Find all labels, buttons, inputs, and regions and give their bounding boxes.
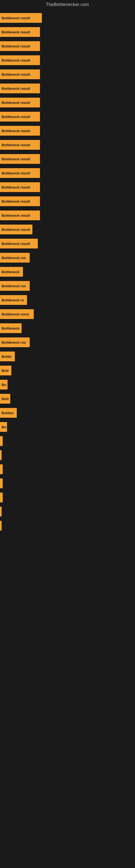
bar-label: Bottleneck resul xyxy=(2,312,29,316)
bar-label: Bo xyxy=(2,425,6,429)
bottleneck-bar[interactable]: Bott xyxy=(0,366,11,375)
bar-label: Bottlen xyxy=(2,411,14,415)
bars-container: Bottleneck resultBottleneck resultBottle… xyxy=(0,8,135,533)
bottleneck-bar[interactable]: Bottleneck result xyxy=(0,211,40,220)
bar-row: Bottleneck res xyxy=(0,335,135,349)
bottleneck-bar[interactable]: Bottleneck result xyxy=(0,225,32,235)
bottleneck-bar[interactable] xyxy=(0,521,2,531)
bar-label: Bottleneck result xyxy=(2,227,30,231)
bottleneck-bar[interactable]: Bottleneck result xyxy=(0,182,40,192)
bar-label: Bottleneck res xyxy=(2,340,26,344)
bottleneck-bar[interactable]: Bottleneck re xyxy=(0,295,27,305)
bar-row: Bottleneck result xyxy=(0,82,135,95)
bottleneck-bar[interactable]: Bottleneck result xyxy=(0,126,40,135)
bar-row: Bottleneck result xyxy=(0,194,135,208)
bar-row: Bo xyxy=(0,378,135,392)
bar-label: Bottleneck result xyxy=(2,87,30,91)
bar-row: Bottleneck res xyxy=(0,251,135,265)
bar-row xyxy=(0,462,135,476)
bar-label: Bottleneck result xyxy=(2,214,30,218)
bar-label: Bottleneck result xyxy=(2,44,30,48)
bottleneck-bar[interactable]: Bottleneck xyxy=(0,267,23,277)
bar-label: Bottleneck result xyxy=(2,185,30,189)
bar-row: Bottleneck result xyxy=(0,67,135,82)
bar-row: Bottleneck result xyxy=(0,208,135,222)
bar-label: Bottleneck result xyxy=(2,129,30,133)
bar-label: Bottleneck xyxy=(2,326,19,330)
bar-label: Bottleneck result xyxy=(2,199,30,204)
bottleneck-bar[interactable] xyxy=(0,436,3,446)
bar-label: Bottleneck result xyxy=(2,171,30,175)
bar-label: Bottleneck result xyxy=(2,30,30,34)
bar-label: Bottleneck result xyxy=(2,16,30,20)
bottleneck-bar[interactable]: Bottleneck result xyxy=(0,41,40,51)
bottleneck-bar[interactable]: Bottleneck result xyxy=(0,84,40,93)
bottleneck-bar[interactable] xyxy=(0,493,3,502)
bottleneck-bar[interactable]: Bottleneck res xyxy=(0,281,30,291)
bar-row xyxy=(0,434,135,448)
bar-row: Bottle xyxy=(0,349,135,364)
bottleneck-bar[interactable]: Bottle xyxy=(0,351,15,361)
bar-row: Bottlen xyxy=(0,406,135,420)
bottleneck-bar[interactable]: Bottlen xyxy=(0,408,17,418)
bar-row xyxy=(0,519,135,533)
bottleneck-bar[interactable] xyxy=(0,450,2,460)
bar-row: Bo xyxy=(0,420,135,434)
bar-row: Bottleneck result xyxy=(0,110,135,124)
bottleneck-bar[interactable]: Bo xyxy=(0,380,8,390)
bar-row: Bottleneck result xyxy=(0,95,135,110)
bottleneck-bar[interactable]: Bottleneck result xyxy=(0,69,40,79)
bar-row: Bottleneck resul xyxy=(0,307,135,321)
bar-row: Bottleneck result xyxy=(0,124,135,138)
site-title: TheBottlenecker.com xyxy=(0,0,135,8)
bar-row: Bott xyxy=(0,364,135,378)
bar-row: Bottleneck result xyxy=(0,25,135,39)
bottleneck-bar[interactable]: Bottleneck res xyxy=(0,253,30,262)
bottleneck-bar[interactable]: Bottleneck xyxy=(0,323,21,333)
bottleneck-bar[interactable]: Bottleneck result xyxy=(0,112,40,122)
bottleneck-bar[interactable]: Bottleneck result xyxy=(0,98,40,107)
bar-row: Bottleneck xyxy=(0,265,135,279)
bottleneck-bar[interactable]: Bottleneck result xyxy=(0,13,42,23)
bar-row xyxy=(0,504,135,519)
bar-row: Bottleneck result xyxy=(0,53,135,67)
bar-row: Bottleneck result xyxy=(0,237,135,251)
bottleneck-bar[interactable]: Bottleneck res xyxy=(0,337,30,347)
bottleneck-bar[interactable]: Bottleneck result xyxy=(0,55,40,65)
bottleneck-bar[interactable]: Bottleneck result xyxy=(0,27,40,37)
bar-label: Bottleneck res xyxy=(2,284,26,288)
bar-row xyxy=(0,490,135,504)
bottleneck-bar[interactable]: Bottleneck result xyxy=(0,196,40,206)
bar-label: Bottleneck result xyxy=(2,58,30,62)
bottleneck-bar[interactable]: Bottleneck result xyxy=(0,168,40,178)
bar-label: Bottleneck res xyxy=(2,256,26,260)
bar-label: Bott xyxy=(2,369,9,373)
bottleneck-bar[interactable] xyxy=(0,478,3,488)
bottleneck-bar[interactable]: Bottleneck result xyxy=(0,140,40,150)
bar-row: Bottleneck result xyxy=(0,11,135,25)
bar-label: Bottleneck result xyxy=(2,101,30,105)
bar-row: Bottleneck re xyxy=(0,293,135,307)
bar-row: Bottleneck xyxy=(0,321,135,335)
bottleneck-bar[interactable]: Bottleneck resul xyxy=(0,309,34,319)
bar-row: Bottleneck result xyxy=(0,166,135,180)
bar-label: Bottleneck result xyxy=(2,115,30,119)
bottleneck-bar[interactable]: Bott xyxy=(0,394,10,404)
bar-label: Bottleneck xyxy=(2,270,19,274)
bar-row: Bottleneck result xyxy=(0,152,135,166)
bar-label: Bottleneck re xyxy=(2,298,24,302)
bar-row: Bottleneck result xyxy=(0,222,135,237)
bar-row: Bott xyxy=(0,392,135,406)
bar-row xyxy=(0,476,135,490)
bottleneck-bar[interactable]: Bottleneck result xyxy=(0,154,40,164)
bottleneck-bar[interactable]: Bo xyxy=(0,422,7,432)
bar-row: Bottleneck result xyxy=(0,180,135,194)
bottleneck-bar[interactable] xyxy=(0,464,3,474)
bar-label: Bottleneck result xyxy=(2,242,30,246)
bar-row: Bottleneck result xyxy=(0,138,135,152)
bar-row: Bottleneck res xyxy=(0,279,135,293)
bar-label: Bott xyxy=(2,397,9,401)
bottleneck-bar[interactable]: Bottleneck result xyxy=(0,239,38,248)
bottleneck-bar[interactable] xyxy=(0,507,2,517)
bar-label: Bo xyxy=(2,383,6,387)
